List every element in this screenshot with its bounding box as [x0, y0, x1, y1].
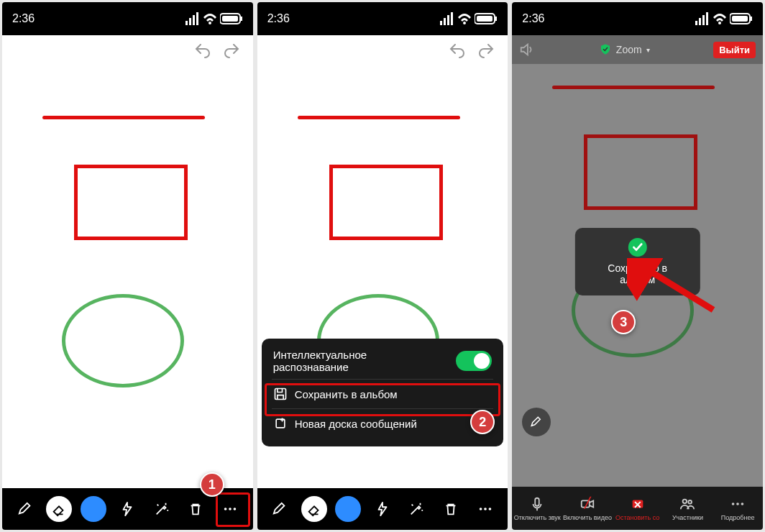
- redo-icon[interactable]: [477, 42, 495, 59]
- zoom-title[interactable]: Zoom ▾: [599, 43, 650, 56]
- more-tool[interactable]: [472, 496, 498, 522]
- more-button[interactable]: Подробнее: [713, 496, 763, 521]
- color-tool[interactable]: [81, 496, 106, 522]
- stop-share-button[interactable]: ✕ Остановить со: [613, 496, 663, 521]
- smart-recognition-toggle[interactable]: [456, 351, 492, 371]
- drawn-line: [298, 116, 460, 119]
- smart-recognition-row[interactable]: Интеллектуальное распознавание: [272, 347, 494, 379]
- whiteboard-toolbar: [257, 488, 508, 530]
- video-button[interactable]: ╱ Включить видео: [562, 496, 613, 521]
- step-badge-1: 1: [200, 472, 224, 497]
- drawn-rectangle: [584, 134, 697, 210]
- mute-button[interactable]: Отключить звук: [512, 496, 562, 521]
- participants-button[interactable]: Участники: [663, 496, 713, 521]
- participants-label: Участники: [672, 514, 703, 521]
- screen-3: 2:36 Zoom ▾ Выйти Сохранено в альбом 3: [512, 2, 763, 530]
- exit-button[interactable]: Выйти: [713, 42, 756, 58]
- battery-icon: [475, 12, 498, 25]
- trash-tool[interactable]: [183, 496, 209, 522]
- status-bar: 2:36: [257, 2, 508, 35]
- drawn-line: [42, 116, 205, 119]
- status-icons: [440, 12, 498, 26]
- status-bar: 2:36: [512, 2, 763, 35]
- drawn-line: [552, 86, 715, 89]
- mic-icon: [529, 496, 545, 512]
- new-board-icon: [273, 416, 288, 431]
- magic-tool[interactable]: [403, 496, 429, 522]
- meeting-toolbar: Отключить звук ╱ Включить видео ✕ Остано…: [512, 487, 763, 530]
- arrow-icon: [627, 258, 720, 323]
- status-icons: [185, 12, 243, 26]
- status-time: 2:36: [267, 12, 290, 25]
- status-icons: [695, 12, 753, 26]
- status-time: 2:36: [522, 12, 544, 25]
- drawn-rectangle: [329, 165, 443, 240]
- status-bar: 2:36: [2, 2, 253, 35]
- magic-tool[interactable]: [149, 496, 175, 522]
- pen-icon: [530, 416, 543, 428]
- whiteboard[interactable]: [2, 65, 253, 488]
- drawn-ellipse: [62, 294, 184, 387]
- battery-icon: [220, 12, 243, 25]
- eraser-tool[interactable]: [46, 496, 72, 522]
- undo-icon[interactable]: [194, 42, 211, 59]
- status-time: 2:36: [12, 12, 35, 25]
- redo-icon[interactable]: [223, 42, 240, 59]
- meeting-view: Zoom ▾ Выйти Сохранено в альбом 3: [512, 35, 763, 487]
- canvas-header: [2, 35, 253, 65]
- stop-x-icon: ✕: [633, 499, 642, 510]
- signal-icon: [695, 12, 710, 25]
- check-icon: [628, 238, 647, 257]
- speaker-icon[interactable]: [519, 42, 535, 58]
- new-board-label: Новая доска сообщений: [295, 418, 417, 430]
- video-off-icon: ╱: [585, 497, 590, 508]
- video-label: Включить видео: [563, 514, 612, 521]
- signal-icon: [440, 12, 454, 25]
- dots-icon: [730, 496, 746, 512]
- canvas-header: [257, 35, 508, 65]
- signal-icon: [185, 12, 200, 25]
- shape-tool[interactable]: [370, 496, 395, 522]
- undo-icon[interactable]: [449, 42, 466, 59]
- wifi-icon: [713, 12, 727, 26]
- wifi-icon: [203, 12, 217, 26]
- highlight-1: [216, 492, 250, 527]
- chevron-down-icon: ▾: [646, 46, 650, 54]
- zoom-title-label: Zoom: [616, 44, 642, 55]
- shape-tool[interactable]: [114, 496, 140, 522]
- screen-1: 2:36 1: [2, 2, 253, 530]
- highlight-2: [265, 383, 501, 416]
- pen-tool[interactable]: [267, 496, 293, 522]
- shield-icon: [599, 43, 612, 56]
- pen-tool[interactable]: [12, 496, 38, 522]
- eraser-tool[interactable]: [301, 496, 327, 522]
- battery-icon: [730, 12, 753, 25]
- zoom-header: Zoom ▾ Выйти: [512, 35, 763, 64]
- people-icon: [679, 496, 695, 512]
- whiteboard[interactable]: Интеллектуальное распознавание Сохранить…: [257, 65, 508, 488]
- share-label: Остановить со: [615, 514, 659, 521]
- smart-recognition-label: Интеллектуальное распознавание: [273, 349, 439, 373]
- screen-2: 2:36 Интеллектуальное распознавание Сохр…: [257, 2, 508, 530]
- drawn-rectangle: [74, 165, 188, 240]
- color-tool[interactable]: [335, 496, 361, 522]
- mute-label: Отключить звук: [514, 514, 561, 521]
- trash-tool[interactable]: [438, 496, 464, 522]
- wifi-icon: [457, 12, 472, 26]
- edit-fab[interactable]: [522, 408, 551, 436]
- more-label: Подробнее: [721, 514, 755, 521]
